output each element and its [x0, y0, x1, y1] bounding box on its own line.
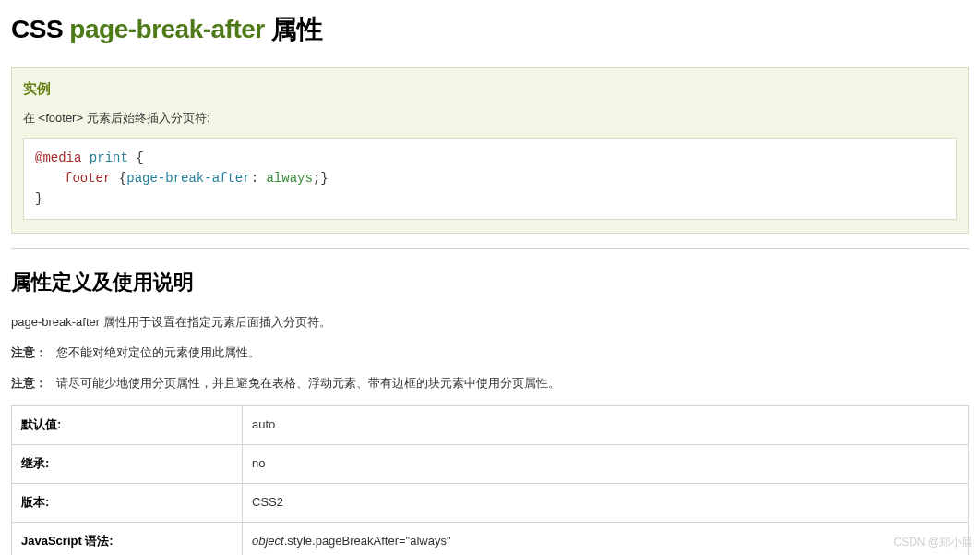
- table-label: JavaScript 语法:: [12, 522, 243, 555]
- example-heading: 实例: [23, 78, 957, 100]
- table-label: 继承:: [12, 445, 243, 484]
- js-object: object: [252, 534, 284, 548]
- divider: [11, 248, 969, 249]
- note-label: 注意：: [11, 345, 47, 359]
- code-block: @media print { footer {page-break-after:…: [23, 138, 957, 220]
- intro-text: page-break-after 属性用于设置在指定元素后面插入分页符。: [11, 313, 969, 332]
- table-row: 版本: CSS2: [12, 483, 969, 522]
- table-value: auto: [243, 406, 969, 445]
- table-label: 默认值:: [12, 406, 243, 445]
- page-title: CSS page-break-after 属性: [11, 9, 969, 51]
- property-table: 默认值: auto 继承: no 版本: CSS2 JavaScript 语法:…: [11, 405, 969, 555]
- note-text: 您不能对绝对定位的元素使用此属性。: [56, 345, 260, 359]
- title-suffix: 属性: [271, 15, 322, 43]
- note-0: 注意： 您不能对绝对定位的元素使用此属性。: [11, 344, 969, 363]
- js-rest: .style.pageBreakAfter="always": [284, 534, 451, 548]
- title-prefix: CSS: [11, 15, 63, 43]
- section-heading: 属性定义及使用说明: [11, 266, 969, 298]
- code-print: print: [90, 151, 128, 165]
- code-selector: footer: [65, 171, 111, 186]
- table-value: no: [243, 445, 969, 484]
- title-highlight: page-break-after: [69, 15, 264, 43]
- table-row: 默认值: auto: [12, 406, 969, 445]
- code-brace-open: {: [136, 151, 143, 165]
- table-value: object.style.pageBreakAfter="always": [243, 522, 969, 555]
- table-label: 版本:: [12, 483, 243, 522]
- table-value: CSS2: [243, 483, 969, 522]
- note-text: 请尽可能少地使用分页属性，并且避免在表格、浮动元素、带有边框的块元素中使用分页属…: [56, 376, 560, 390]
- code-prop: page-break-after: [126, 171, 250, 186]
- note-label: 注意：: [11, 376, 47, 390]
- note-1: 注意： 请尽可能少地使用分页属性，并且避免在表格、浮动元素、带有边框的块元素中使…: [11, 374, 969, 393]
- example-box: 实例 在 <footer> 元素后始终插入分页符: @media print {…: [11, 67, 969, 234]
- table-row: 继承: no: [12, 445, 969, 484]
- table-row: JavaScript 语法: object.style.pageBreakAft…: [12, 522, 969, 555]
- code-brace-close: }: [35, 191, 42, 206]
- code-val: always: [266, 171, 312, 186]
- example-description: 在 <footer> 元素后始终插入分页符:: [23, 109, 957, 128]
- code-at: @media: [35, 151, 81, 165]
